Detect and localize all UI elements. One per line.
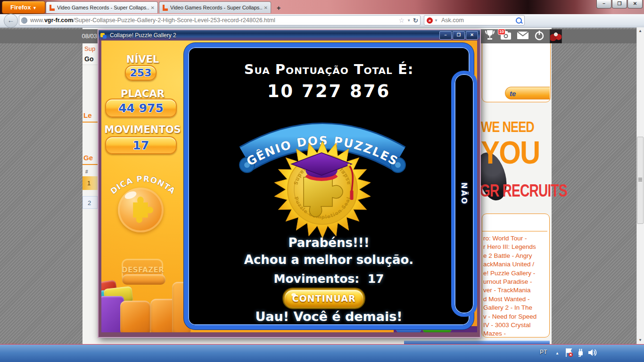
tab-1[interactable]: Video Games Records - Super Collaps... ✕ [46,1,158,13]
minimize-button[interactable]: – [596,0,611,8]
table-row[interactable]: 1 [83,176,98,190]
game-link-line[interactable]: e! Puzzle Gallery - [482,269,549,278]
language-indicator[interactable]: PT [540,349,547,355]
action-center-flag-icon[interactable] [565,348,573,359]
level-label: NÍVEL [101,54,184,65]
puzzle-piece-icon [126,195,156,224]
back-button[interactable]: ← [4,14,18,28]
restore-button[interactable]: ❐ [612,0,627,8]
game-link-line[interactable]: ackMania United / [482,260,549,269]
hint-ball-button[interactable] [118,188,164,232]
game-link-line[interactable]: Gallery 2 - In The [482,304,549,312]
total-score-value: 10 727 876 [188,81,470,101]
game-link-line[interactable]: ver - TrackMania [482,286,549,295]
recruit-banner-line2: YOU [481,134,539,171]
bookmark-star-icon[interactable]: ☆ [399,16,405,24]
block-orange[interactable] [120,301,150,332]
maximize-button[interactable]: ❐ [453,31,465,40]
game-link-line[interactable]: ro: World Tour - [482,234,549,243]
tab-bar: Video Games Records - Super Collaps... ✕… [46,1,272,14]
recruit-banner-line3: GR RECRUITS [480,181,567,201]
scroll-up-icon[interactable]: ▲ [636,27,644,35]
browser-window-controls: – ❐ ✕ [596,0,643,8]
game-window: Collapse! Puzzle Gallery 2 – ❐ ✕ NÍVEL 2… [98,29,481,338]
browser-toolbar: ← www.vgr-fr.com/Super-Collapse-Puzzle-G… [0,14,644,28]
close-button[interactable]: ✕ [466,31,478,40]
shine-highlight [291,293,296,296]
chevron-down-icon[interactable]: ▼ [407,18,411,23]
game-client-area: NÍVEL 253 PLACAR 44 975 MOVIMENTOS 17 DI… [101,41,477,332]
game-link-line[interactable]: urnout Paradise - [482,278,549,286]
game-link-line[interactable]: d Most Wanted - [482,295,549,304]
firefox-menu-button[interactable]: Firefox ▼ [2,1,45,14]
level-value: 253 [125,65,157,81]
puzzle-app-icon [100,32,107,39]
no-button[interactable]: NÃO [451,71,477,317]
dialog-title: Sua Pontuação Total É: [188,61,470,77]
globe-icon [21,17,27,24]
power-plug-icon[interactable] [576,348,585,359]
search-icon[interactable] [516,17,522,24]
left-heading-2: Ge [83,154,93,162]
game-link-line[interactable]: Mazes - [482,329,549,338]
browser-titlebar: Firefox ▼ Video Games Records - Super Co… [0,0,644,14]
left-link[interactable]: Sup [84,45,95,52]
game-link-line[interactable]: r Hero III: Legends [482,243,549,251]
vote-button[interactable]: te [505,87,550,99]
footer-text: Uau! Você é demais! [188,309,470,324]
left-heading-1: Le [83,111,92,119]
scrollbar-thumb[interactable] [637,137,644,224]
trophy-badge: 10 [498,29,505,35]
power-icon[interactable] [534,30,545,42]
divider [482,231,547,231]
url-text: www.vgr-fr.com/Super-Collapse-Puzzle-Gal… [30,17,399,24]
score-dialog: Sua Pontuação Total É: 10 727 876 [184,43,474,329]
moves-value: 17 [105,136,177,154]
left-bold-text: Go [84,55,93,63]
game-window-title: Collapse! Puzzle Gallery 2 [110,32,438,39]
scroll-down-icon[interactable]: ▼ [636,337,644,344]
score-value: 44 975 [105,99,177,117]
mail-icon[interactable] [517,31,529,41]
ask-logo-icon: a [427,17,433,24]
continue-button[interactable]: CONTINUAR [283,288,364,308]
moves-label: MOVIMENTOS [101,124,184,135]
chevron-down-icon: ▼ [33,6,37,10]
new-tab-button[interactable]: + [273,4,284,12]
game-window-titlebar[interactable]: Collapse! Puzzle Gallery 2 – ❐ ✕ [99,30,480,41]
puzzle-genius-medal: GÊNIO DOS PUZZLES Super Puzzle Collapse … [233,113,412,238]
score-label: PLACAR [101,88,184,99]
game-link-line[interactable]: IV - 3003 Crystal [482,321,549,329]
speaker-icon[interactable] [587,348,597,359]
table-column-header: # [85,169,88,174]
chevron-down-icon[interactable]: ▼ [434,18,438,23]
overlay-toolbar: 10 [482,29,562,43]
moves-text: Movimentos: 17 [188,272,470,286]
tray-expand-icon[interactable]: ▲ [555,351,559,355]
search-input[interactable] [440,16,516,24]
search-box[interactable]: a ▼ [424,15,525,25]
divider [83,164,98,165]
block-orange[interactable] [122,274,165,285]
site-favicon-icon [49,5,55,11]
minimize-button[interactable]: – [439,31,452,40]
url-bar[interactable]: www.vgr-fr.com/Super-Collapse-Puzzle-Gal… [19,15,421,25]
user-avatar[interactable] [550,29,562,43]
tab-close-icon[interactable]: ✕ [264,5,268,10]
tab-close-icon[interactable]: ✕ [151,5,155,10]
divider [83,122,98,123]
game-link-line[interactable]: e 2 Battle - Angry [482,252,549,260]
table-row[interactable]: 2 [83,196,98,209]
game-link-line[interactable]: v - Need for Speed [482,313,549,321]
trophy-icon[interactable]: 10 [485,30,495,43]
page-header-date: 08/03 [56,33,97,40]
tab-2[interactable]: Video Games Records - Super Collaps... ✕ [159,1,271,13]
games-list-box: ro: World Tour - r Hero III: Legends e 2… [482,214,550,337]
congrats-text: Parabéns!!! [188,236,470,250]
reload-icon[interactable]: ↻ [413,17,418,24]
screen: 08/03 10 Sup Go Le Ge # 1 2 te WE NEED [0,0,644,362]
solution-text: Achou a melhor solução. [188,253,470,267]
recruit-banner-line1: WE NEED [481,119,534,136]
taskbar [0,344,644,362]
close-button[interactable]: ✕ [627,0,643,8]
